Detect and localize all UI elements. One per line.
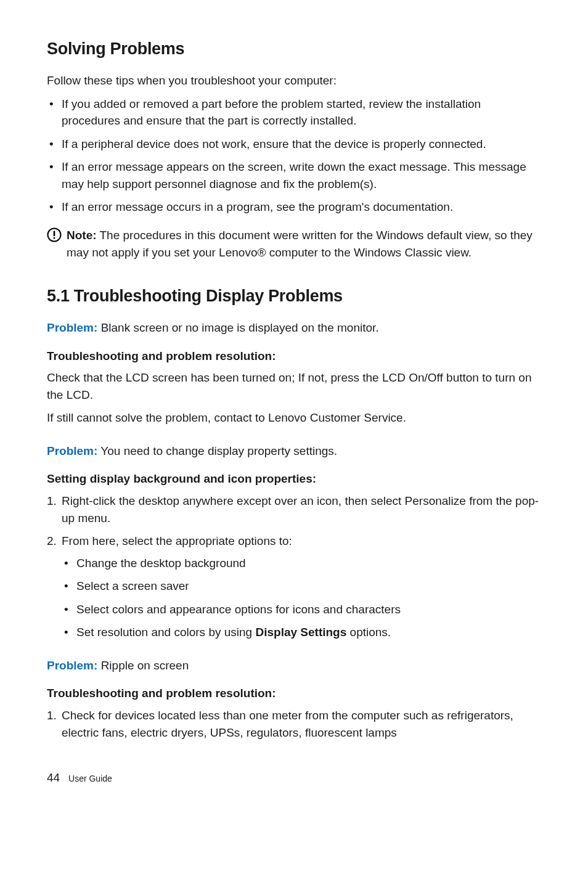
note-text: Note: The procedures in this document we… bbox=[67, 227, 541, 261]
tips-list: If you added or removed a part before th… bbox=[47, 96, 541, 216]
problem-1: Problem: Blank screen or no image is dis… bbox=[47, 319, 541, 337]
problem-label: Problem: bbox=[47, 444, 97, 457]
bullet-bold: Display Settings bbox=[255, 626, 346, 639]
list-item: From here, select the appropriate option… bbox=[47, 533, 541, 641]
footer-label: User Guide bbox=[68, 774, 112, 783]
svg-rect-2 bbox=[54, 237, 55, 239]
problem-2-steps: Right-click the desktop anywhere except … bbox=[47, 492, 541, 641]
intro-text: Follow these tips when you troubleshoot … bbox=[47, 72, 541, 89]
list-item: If an error message occurs in a program,… bbox=[47, 198, 541, 216]
problem-3-steps: Check for devices located less than one … bbox=[47, 707, 541, 741]
list-item: If an error message appears on the scree… bbox=[47, 158, 541, 192]
page-footer: 44 User Guide bbox=[47, 769, 541, 787]
bullet-post: options. bbox=[346, 626, 391, 639]
list-item: Set resolution and colors by using Displ… bbox=[62, 624, 541, 641]
problem-body: Blank screen or no image is displayed on… bbox=[97, 321, 378, 334]
list-item: Right-click the desktop anywhere except … bbox=[47, 492, 541, 526]
problem-label: Problem: bbox=[47, 321, 97, 334]
bullet-pre: Set resolution and colors by using bbox=[76, 626, 255, 639]
alert-icon bbox=[47, 227, 62, 242]
problem-2-subbullets: Change the desktop background Select a s… bbox=[62, 555, 541, 641]
list-item: Select colors and appearance options for… bbox=[62, 601, 541, 618]
problem-label: Problem: bbox=[47, 659, 97, 672]
svg-rect-1 bbox=[54, 231, 55, 236]
list-item: Check for devices located less than one … bbox=[47, 707, 541, 741]
list-item: Change the desktop background bbox=[62, 555, 541, 572]
problem-2-subhead: Setting display background and icon prop… bbox=[47, 470, 541, 488]
problem-1-text-2: If still cannot solve the problem, conta… bbox=[47, 409, 541, 427]
step-text: From here, select the appropriate option… bbox=[62, 534, 292, 547]
note-block: Note: The procedures in this document we… bbox=[47, 227, 541, 261]
list-item: If a peripheral device does not work, en… bbox=[47, 136, 541, 153]
list-item: If you added or removed a part before th… bbox=[47, 96, 541, 129]
note-label: Note: bbox=[67, 229, 97, 242]
problem-body: Ripple on screen bbox=[97, 659, 189, 672]
note-body: The procedures in this document were wri… bbox=[67, 229, 533, 259]
heading-solving-problems: Solving Problems bbox=[47, 37, 541, 61]
heading-section-5-1: 5.1 Troubleshooting Display Problems bbox=[47, 284, 541, 308]
problem-3: Problem: Ripple on screen bbox=[47, 657, 541, 674]
page-number: 44 bbox=[47, 771, 60, 784]
problem-1-text-1: Check that the LCD screen has been turne… bbox=[47, 369, 541, 403]
problem-3-subhead: Troubleshooting and problem resolution: bbox=[47, 685, 541, 702]
problem-2: Problem: You need to change display prop… bbox=[47, 443, 541, 460]
problem-body: You need to change display property sett… bbox=[97, 444, 337, 457]
problem-1-subhead: Troubleshooting and problem resolution: bbox=[47, 348, 541, 365]
list-item: Select a screen saver bbox=[62, 578, 541, 595]
